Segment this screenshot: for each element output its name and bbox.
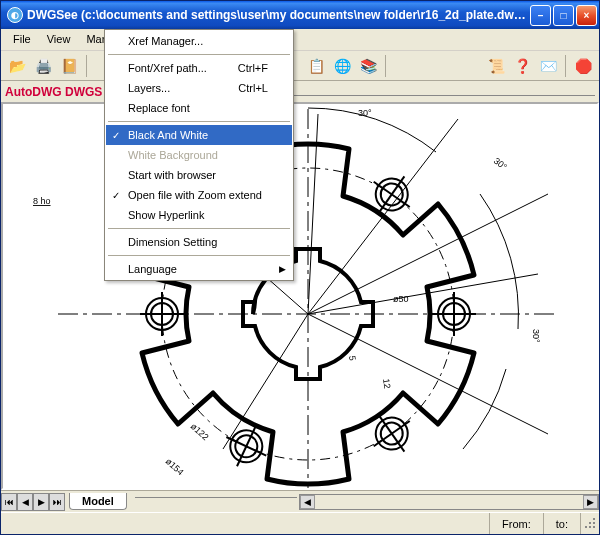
tab-prev-button[interactable]: ◀: [17, 493, 33, 511]
status-to: to:: [544, 513, 581, 534]
mail-icon[interactable]: ✉️: [536, 54, 560, 78]
menu-item[interactable]: Language▶: [106, 259, 292, 279]
menu-item[interactable]: Dimension Setting: [106, 232, 292, 252]
svg-rect-45: [593, 522, 595, 524]
horizontal-scrollbar[interactable]: ◀ ▶: [299, 494, 599, 510]
close-button[interactable]: ×: [576, 5, 597, 26]
svg-text:ø154: ø154: [164, 456, 186, 477]
menubar: File View Markup Options Help Xref Manag…: [1, 29, 599, 51]
tab-last-button[interactable]: ⏭: [49, 493, 65, 511]
menu-item[interactable]: Start with browser: [106, 165, 292, 185]
menu-view[interactable]: View: [39, 29, 79, 50]
svg-rect-44: [589, 522, 591, 524]
options-dropdown: Xref Manager...Font/Xref path...Ctrl+FLa…: [104, 29, 294, 281]
svg-text:ø50: ø50: [393, 294, 409, 304]
browse-icon[interactable]: 📔: [57, 54, 81, 78]
svg-rect-46: [585, 526, 587, 528]
menu-item: White Background: [106, 145, 292, 165]
sheet-tabs: ⏮ ◀ ▶ ⏭ Model ◀ ▶: [1, 490, 599, 512]
maximize-button[interactable]: □: [553, 5, 574, 26]
svg-line-5: [308, 274, 538, 314]
menu-file[interactable]: File: [5, 29, 39, 50]
menu-item[interactable]: Font/Xref path...Ctrl+F: [106, 58, 292, 78]
app-name: AutoDWG DWGS: [5, 85, 102, 99]
stop-icon[interactable]: 🛑: [571, 54, 595, 78]
scroll-left-button[interactable]: ◀: [300, 495, 315, 509]
resize-grip-icon[interactable]: [581, 516, 599, 532]
tab-first-button[interactable]: ⏮: [1, 493, 17, 511]
globe-icon[interactable]: 🌐: [330, 54, 354, 78]
menu-item[interactable]: Show Hyperlink: [106, 205, 292, 225]
layers-icon[interactable]: 📚: [356, 54, 380, 78]
toolbar: 📂 🖨️ 📔 📋 🌐 📚 📜 ❓ ✉️ 🛑: [1, 51, 599, 81]
svg-text:ø122: ø122: [189, 421, 211, 442]
status-from: From:: [490, 513, 544, 534]
menu-item[interactable]: Layers...Ctrl+L: [106, 78, 292, 98]
minimize-button[interactable]: –: [530, 5, 551, 26]
svg-text:12: 12: [381, 378, 392, 389]
tab-next-button[interactable]: ▶: [33, 493, 49, 511]
svg-text:30°: 30°: [492, 156, 509, 173]
app-name-row: AutoDWG DWGS: [1, 81, 599, 102]
svg-text:5: 5: [347, 355, 358, 361]
menu-item[interactable]: ✓Black And White: [106, 125, 292, 145]
svg-rect-48: [593, 526, 595, 528]
help-icon[interactable]: ❓: [510, 54, 534, 78]
svg-rect-43: [593, 518, 595, 520]
svg-text:30°: 30°: [531, 329, 541, 343]
app-icon: ◐: [7, 7, 23, 23]
svg-text:8  ho: 8 ho: [33, 196, 51, 206]
print-icon[interactable]: 🖨️: [31, 54, 55, 78]
window-title: DWGSee (c:\documents and settings\user\m…: [27, 8, 530, 22]
copy-icon[interactable]: 📋: [304, 54, 328, 78]
statusbar: From: to:: [1, 512, 599, 534]
drawing-canvas[interactable]: 8 ho 30° 30° 30° ø50 5 12 ø122 ø154: [1, 102, 599, 490]
menu-item[interactable]: Xref Manager...: [106, 31, 292, 51]
script-icon[interactable]: 📜: [484, 54, 508, 78]
svg-text:30°: 30°: [358, 108, 372, 118]
tab-model[interactable]: Model: [69, 493, 127, 510]
scroll-right-button[interactable]: ▶: [583, 495, 598, 509]
svg-rect-47: [589, 526, 591, 528]
titlebar: ◐ DWGSee (c:\documents and settings\user…: [1, 1, 599, 29]
menu-item[interactable]: ✓Open file with Zoom extend: [106, 185, 292, 205]
menu-item[interactable]: Replace font: [106, 98, 292, 118]
open-icon[interactable]: 📂: [5, 54, 29, 78]
